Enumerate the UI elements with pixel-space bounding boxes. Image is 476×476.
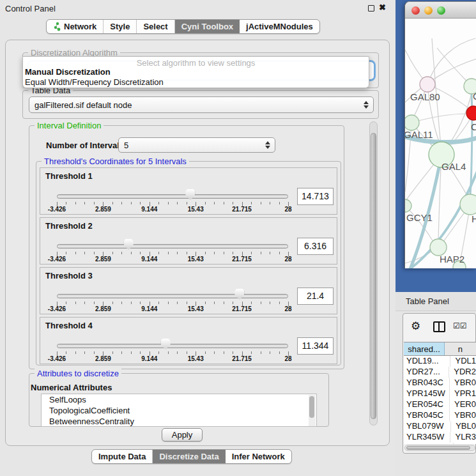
cell-shared-name[interactable]: YBR043C bbox=[404, 378, 450, 388]
cell-name[interactable]: YPR1 bbox=[450, 388, 476, 399]
apply-button[interactable]: Apply bbox=[162, 428, 203, 441]
tab-select[interactable]: Select bbox=[137, 20, 174, 33]
table-horizontal-scrollbar[interactable] bbox=[404, 445, 475, 451]
popup-item-equal-width[interactable]: Equal Width/Frequency Discretization bbox=[23, 77, 369, 88]
slider-tick bbox=[75, 202, 76, 204]
cell-shared-name[interactable]: YDL19... bbox=[404, 356, 450, 367]
table-row[interactable]: YBR043CYBR0 bbox=[404, 378, 476, 388]
table-row[interactable]: YIL052CYIL0 bbox=[404, 443, 476, 444]
slider-tick bbox=[214, 302, 215, 304]
network-node[interactable] bbox=[460, 194, 476, 215]
slider-tick bbox=[140, 351, 141, 354]
slider-tick bbox=[279, 351, 280, 354]
attribute-item[interactable]: BetweennessCentrality bbox=[42, 416, 316, 427]
cell-shared-name[interactable]: YBL079W bbox=[404, 421, 451, 432]
table-row[interactable]: YDR27...YDR2 bbox=[404, 367, 476, 378]
threshold-value-field[interactable]: 11.344 bbox=[297, 337, 334, 355]
slider-tick bbox=[75, 351, 76, 354]
tab-jactivemnodules[interactable]: jActiveMNodules bbox=[240, 20, 319, 33]
slider-tick bbox=[66, 302, 66, 304]
split-view-icon[interactable] bbox=[433, 321, 445, 332]
attribute-item[interactable]: TopologicalCoefficient bbox=[42, 405, 316, 416]
column-header-shared[interactable]: shared... bbox=[404, 342, 445, 355]
close-icon[interactable]: ✖ bbox=[379, 3, 386, 12]
cell-name[interactable]: YBR0 bbox=[450, 410, 476, 421]
zoom-traffic-light-icon[interactable] bbox=[437, 6, 445, 15]
slider-tick-label: 28 bbox=[284, 355, 291, 362]
slider-tick bbox=[279, 202, 280, 204]
column-checkboxes-icon[interactable]: ☑☑ bbox=[453, 321, 467, 330]
cell-shared-name[interactable]: YBR045C bbox=[404, 410, 450, 421]
panel-vertical-scrollbar[interactable] bbox=[369, 121, 378, 426]
slider-tick bbox=[233, 252, 233, 254]
cell-name[interactable]: YBL0 bbox=[451, 421, 476, 432]
network-node[interactable] bbox=[420, 77, 435, 92]
tab-network[interactable]: Network bbox=[47, 20, 104, 33]
column-header-name[interactable]: n bbox=[445, 342, 476, 355]
table-row[interactable]: YER054CYER0 bbox=[404, 399, 476, 410]
slider-tick bbox=[168, 202, 169, 204]
slider-track[interactable] bbox=[57, 194, 288, 199]
slider-track[interactable] bbox=[57, 244, 288, 249]
slider-tick bbox=[270, 202, 270, 204]
slider-tick bbox=[224, 202, 224, 204]
minimize-traffic-light-icon[interactable] bbox=[424, 6, 433, 15]
threshold-value-field[interactable]: 14.713 bbox=[297, 188, 334, 205]
thresholds-group-title: Threshold's Coordinates for 5 Intervals bbox=[42, 157, 189, 166]
gear-icon[interactable]: ⚙ bbox=[411, 319, 420, 333]
tab-impute-data[interactable]: Impute Data bbox=[92, 450, 153, 463]
cell-shared-name[interactable]: YER054C bbox=[404, 399, 450, 410]
slider-tick-label: 15.43 bbox=[188, 256, 204, 263]
cell-shared-name[interactable]: YDR27... bbox=[404, 367, 449, 378]
slider-tick bbox=[270, 252, 270, 254]
scrollbar-thumb[interactable] bbox=[371, 133, 376, 419]
cell-name[interactable]: YBR0 bbox=[450, 378, 476, 388]
cell-name[interactable]: YDR2 bbox=[449, 367, 476, 378]
cell-shared-name[interactable]: YPR145W bbox=[404, 388, 450, 399]
slider-tick-label: -3.426 bbox=[48, 305, 66, 312]
cell-shared-name[interactable]: YIL052C bbox=[404, 443, 454, 444]
tab-cyni-toolbox[interactable]: Cyni Toolbox bbox=[175, 20, 240, 33]
threshold-value-field[interactable]: 6.316 bbox=[297, 238, 334, 255]
cell-name[interactable]: YIL0 bbox=[454, 443, 475, 444]
network-node[interactable] bbox=[405, 199, 411, 212]
slider-tick-label: 21.715 bbox=[232, 355, 252, 362]
attributes-list-scrollbar[interactable] bbox=[309, 395, 316, 427]
table-data-combobox[interactable]: galFiltered.sif default node bbox=[29, 96, 374, 113]
tab-discretize-data[interactable]: Discretize Data bbox=[153, 450, 225, 463]
number-of-intervals-spinner[interactable]: 5 bbox=[118, 137, 275, 153]
attribute-item[interactable]: SelfLoops bbox=[42, 394, 316, 405]
network-window-titlebar[interactable] bbox=[405, 2, 476, 19]
table-row[interactable]: YLR345WYLR3 bbox=[404, 432, 476, 443]
tab-infer-network[interactable]: Infer Network bbox=[226, 450, 291, 463]
slider-tick-label: 2.859 bbox=[95, 256, 111, 263]
slider-tick bbox=[261, 302, 261, 304]
tab-style[interactable]: Style bbox=[104, 20, 137, 33]
slider-tick bbox=[168, 302, 169, 304]
slider-tick-label: 9.144 bbox=[141, 305, 157, 312]
slider-tick bbox=[84, 252, 85, 254]
popup-hint: Select algorithm to view settings bbox=[23, 57, 369, 67]
cell-name[interactable]: YLR3 bbox=[450, 432, 476, 443]
slider-tick bbox=[158, 252, 159, 254]
cell-name[interactable]: YDL1 bbox=[450, 356, 476, 367]
float-window-icon[interactable] bbox=[368, 5, 374, 12]
table-hscrollbar-thumb[interactable] bbox=[406, 446, 470, 450]
popup-item-manual-discretization[interactable]: Manual Discretization bbox=[23, 67, 369, 77]
network-view-window: GAL80GACGAL11GAL4GCY1HHAP2 bbox=[404, 1, 476, 268]
cell-name[interactable]: YER0 bbox=[450, 399, 476, 410]
network-node[interactable] bbox=[405, 115, 419, 130]
numerical-attributes-list[interactable]: SelfLoopsTopologicalCoefficientBetweenne… bbox=[41, 394, 317, 427]
close-traffic-light-icon[interactable] bbox=[411, 6, 420, 15]
slider-track[interactable] bbox=[57, 294, 288, 298]
slider-track[interactable] bbox=[57, 344, 288, 348]
table-row[interactable]: YDL19...YDL1 bbox=[404, 356, 476, 367]
threshold-value-field[interactable]: 21.4 bbox=[297, 288, 334, 305]
spinner-updown-arrows-icon bbox=[265, 141, 270, 149]
network-canvas[interactable]: GAL80GACGAL11GAL4GCY1HHAP2 bbox=[405, 19, 476, 268]
panel-title: Control Panel bbox=[5, 4, 56, 13]
table-row[interactable]: YBL079WYBL0 bbox=[404, 421, 476, 432]
table-row[interactable]: YBR045CYBR0 bbox=[404, 410, 476, 421]
cell-shared-name[interactable]: YLR345W bbox=[404, 432, 450, 443]
table-row[interactable]: YPR145WYPR1 bbox=[404, 388, 476, 399]
